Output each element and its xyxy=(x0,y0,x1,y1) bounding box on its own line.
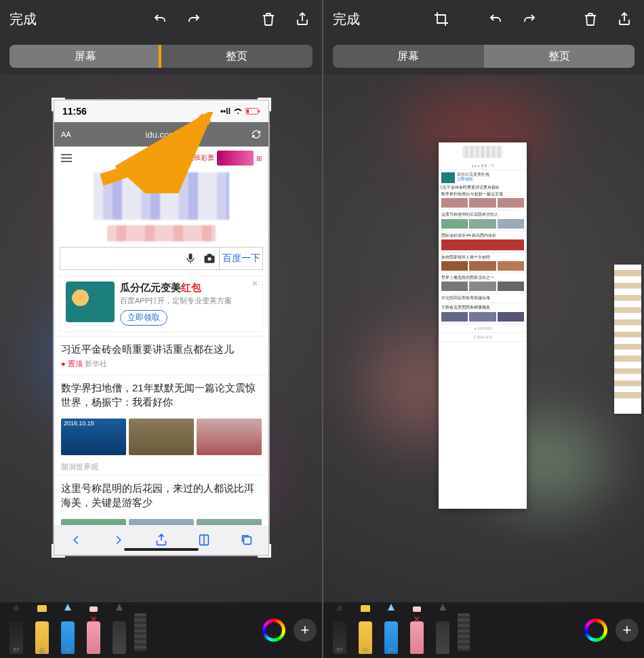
pen-tool[interactable]: 97 xyxy=(5,611,27,654)
svg-rect-1 xyxy=(247,109,249,113)
news1-title: 习近平金砖会晤重要讲话重点都在这儿 xyxy=(61,342,262,356)
news-item-3: 这里号称昆明的后花园，来过的人都说比洱海美，关键是游客少 xyxy=(54,475,268,515)
left-pane: 完成 屏幕 整页 xyxy=(0,0,322,658)
back-icon xyxy=(68,533,83,547)
markup-tools: 97 80 50 ✕ + xyxy=(323,602,644,658)
url-text: idu.com xyxy=(77,130,245,140)
trash-icon[interactable] xyxy=(258,9,279,29)
share-icon[interactable] xyxy=(614,9,635,29)
reload-icon xyxy=(251,129,262,140)
pen-num: 97 xyxy=(14,646,20,653)
menu-icon xyxy=(61,154,72,162)
top-toolbar: 完成 xyxy=(0,0,322,38)
markup-tools: 97 |||80 50 ✕ + xyxy=(0,602,322,658)
highlight-box xyxy=(159,45,313,68)
svg-point-5 xyxy=(208,257,212,260)
pen-tool[interactable]: 97 xyxy=(329,611,350,654)
news1-src: 新华社 xyxy=(85,360,107,368)
news2-title: 数学界扫地僧，21年默默无闻一篇论文震惊世界，杨振宁：我看好你 xyxy=(61,381,262,409)
promo-image xyxy=(66,282,115,322)
add-tool-button[interactable]: + xyxy=(616,619,639,642)
blurred-logo xyxy=(94,172,229,220)
color-picker[interactable] xyxy=(262,619,285,642)
top-toolbar: 完成 xyxy=(323,0,644,38)
undo-icon[interactable] xyxy=(485,9,506,29)
thumb-date: 2016.10.15 xyxy=(64,420,94,427)
news3-title: 这里号称昆明的后花园，来过的人都说比洱海美，关键是游客少 xyxy=(61,481,262,509)
undo-icon[interactable] xyxy=(150,9,170,29)
ruler-tool[interactable] xyxy=(458,613,470,651)
pencil-num: 50 xyxy=(65,646,71,653)
tab-screen[interactable]: 屏幕 xyxy=(9,45,161,68)
svg-rect-3 xyxy=(189,254,193,260)
crop-icon[interactable] xyxy=(431,9,451,29)
close-icon: ✕ xyxy=(251,279,258,288)
forward-icon xyxy=(111,533,126,547)
lasso-tool[interactable] xyxy=(108,611,130,654)
screenshot-preview[interactable]: 11:56 ••ll AA idu.com 赢取家族班彩票 xyxy=(54,100,268,555)
eraser-tool[interactable]: ✕ xyxy=(406,611,428,654)
tabs-icon xyxy=(239,533,254,547)
trash-icon[interactable] xyxy=(580,9,601,29)
segment-control: 屏幕 整页 xyxy=(0,38,322,75)
text-size-icon: AA xyxy=(61,130,71,138)
blurred-text xyxy=(107,225,216,241)
pencil-tool[interactable]: 50 xyxy=(57,611,79,654)
crop-handle-tl[interactable] xyxy=(52,98,65,111)
banner-ad: 赢取家族班彩票 ⊞ xyxy=(167,151,262,166)
canvas-area: 11:56 ••ll AA idu.com 赢取家族班彩票 xyxy=(0,75,322,604)
promo-sub: 百度APP打开，定制专业变美方案 xyxy=(120,296,232,306)
tab-fullpage[interactable]: 整页 xyxy=(484,45,635,68)
promo-card: ✕ 瓜分亿元变美红包 百度APP打开，定制专业变美方案 立即领取 xyxy=(60,275,263,332)
home-indicator xyxy=(124,548,199,551)
fullpage-preview[interactable]: ● ● ● 百度一下 瓜分亿元变美红包立即领取 习近平金砖会晤重要讲话重点都在 … xyxy=(439,142,527,509)
mic-icon xyxy=(184,252,197,265)
search-bar: 百度一下 xyxy=(60,247,263,270)
done-button[interactable]: 完成 xyxy=(9,10,37,28)
news-item-1: 习近平金砖会晤重要讲话重点都在这儿 ● 置顶 新华社 xyxy=(54,336,268,374)
ruler-tool[interactable] xyxy=(134,613,146,651)
redo-icon[interactable] xyxy=(184,9,204,29)
phone-status-bar: 11:56 ••ll xyxy=(54,100,268,122)
news2-thumbs: 2016.10.15 xyxy=(61,419,262,455)
webpage-content: 赢取家族班彩票 ⊞ 百度一下 ✕ 瓜分亿元变 xyxy=(54,147,268,526)
news1-tag: 置顶 xyxy=(68,360,83,368)
tab-fullpage[interactable]: 整页 xyxy=(161,45,313,68)
bookmarks-icon xyxy=(197,533,212,547)
marker-tool[interactable]: 80 xyxy=(355,611,376,654)
color-picker[interactable] xyxy=(584,619,607,642)
marker-num: 80 xyxy=(39,649,45,655)
url-bar: AA idu.com xyxy=(54,122,268,147)
svg-rect-6 xyxy=(207,254,212,256)
crop-handle-tr[interactable] xyxy=(258,98,271,111)
camera-icon xyxy=(203,252,216,265)
tab-screen[interactable]: 屏幕 xyxy=(333,45,484,68)
svg-rect-8 xyxy=(244,537,251,544)
share-icon[interactable] xyxy=(292,9,313,29)
promo-title-b: 红包 xyxy=(181,282,201,293)
news-item-2: 数学界扫地僧，21年默默无闻一篇论文震惊世界，杨振宁：我看好你 xyxy=(54,374,268,414)
promo-cta: 立即领取 xyxy=(120,310,167,326)
status-time: 11:56 xyxy=(62,106,87,117)
redo-icon[interactable] xyxy=(519,9,540,29)
promo-title-a: 瓜分亿元变美 xyxy=(120,282,181,293)
pencil-tool[interactable]: 50 xyxy=(380,611,402,654)
share-safari-icon xyxy=(154,533,169,547)
page-scrollbar-thumbnail[interactable] xyxy=(614,265,641,414)
right-pane: 完成 屏幕 整页 ● ● ● 百度一下 xyxy=(322,0,644,658)
marker-tool[interactable]: |||80 xyxy=(31,611,53,654)
status-indicators: ••ll xyxy=(220,107,260,116)
segment-control: 屏幕 整页 xyxy=(323,38,644,75)
news-category: 脑洞世界观 xyxy=(54,459,268,475)
done-button[interactable]: 完成 xyxy=(333,10,360,28)
add-tool-button[interactable]: + xyxy=(294,619,317,642)
search-button: 百度一下 xyxy=(219,248,262,269)
lasso-tool[interactable] xyxy=(432,611,454,654)
canvas-area: ● ● ● 百度一下 瓜分亿元变美红包立即领取 习近平金砖会晤重要讲话重点都在 … xyxy=(323,75,644,604)
eraser-tool[interactable]: ✕ xyxy=(83,611,104,654)
lp-logo xyxy=(462,146,503,158)
